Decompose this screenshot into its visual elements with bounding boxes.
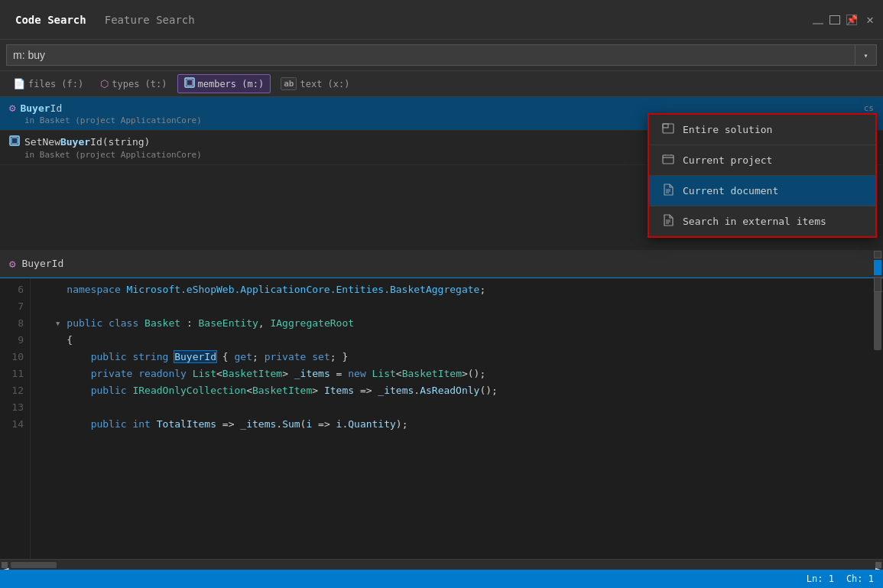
result-scope-cs: cs	[864, 103, 874, 113]
tab-feature-search[interactable]: Feature Search	[96, 11, 204, 29]
window-controls: 📌 ✕	[813, 14, 877, 26]
code-line-9: {	[43, 332, 872, 349]
tab-code-search[interactable]: Code Search	[6, 11, 96, 29]
filter-members-label: members (m:)	[198, 79, 265, 89]
filter-text-label: text (x:)	[300, 79, 349, 89]
code-line-8: ▾ public class Basket : BaseEntity, IAgg…	[43, 315, 872, 332]
restore-button[interactable]	[829, 15, 840, 24]
scrollbar-thumb[interactable]	[874, 289, 881, 350]
scope-icon-project	[661, 153, 675, 167]
status-bar: Ln: 1 Ch: 1	[0, 570, 883, 588]
scope-icon-document	[661, 184, 675, 198]
code-area: 6 7 8 9 10 11 12 13 14 namespace Microso…	[0, 278, 883, 588]
scope-document-label: Current document	[683, 185, 778, 197]
scope-dropdown: Entire solution Current project Current …	[648, 113, 877, 238]
search-scope-dropdown-button[interactable]: ▾	[855, 44, 877, 66]
line-numbers: 6 7 8 9 10 11 12 13 14	[0, 278, 31, 588]
pin-button[interactable]: 📌	[846, 15, 857, 25]
filter-tabs: 📄 files (f:) ⬡ types (t:) members (m:) a…	[0, 71, 883, 97]
minimap-btn-1[interactable]	[874, 251, 881, 258]
code-header-icon: ⚙	[9, 258, 15, 270]
scope-current-document[interactable]: Current document	[649, 176, 875, 206]
status-ln: Ln: 1	[807, 573, 834, 584]
code-line-12: public IReadOnlyCollection<BasketItem> I…	[43, 382, 872, 399]
code-line-13	[43, 399, 872, 416]
scope-external-items[interactable]: Search in external items	[649, 206, 875, 236]
scope-project-label: Current project	[683, 154, 772, 166]
scrollbar-horizontal[interactable]: ◄ ►	[0, 559, 883, 570]
result-name-text: BuyerId	[20, 102, 62, 114]
text-icon: ab	[281, 77, 297, 90]
scope-entire-solution[interactable]: Entire solution	[649, 115, 875, 145]
horizontal-thumb[interactable]	[11, 562, 57, 568]
title-bar: Code Search Feature Search 📌 ✕	[0, 0, 883, 40]
members-icon	[184, 77, 195, 90]
search-bar: ▾	[0, 40, 883, 71]
scope-icon-external	[661, 214, 675, 229]
code-line-10: public string BuyerId { get; private set…	[43, 349, 872, 365]
svg-rect-1	[187, 80, 193, 86]
svg-rect-6	[663, 155, 674, 164]
filter-files-label: files (f:)	[28, 79, 83, 89]
svg-rect-5	[663, 124, 668, 128]
code-line-6: namespace Microsoft.eShopWeb.Application…	[43, 281, 872, 298]
types-icon: ⬡	[100, 78, 109, 89]
filter-types-label: types (t:)	[112, 79, 167, 89]
minimize-button[interactable]	[813, 23, 823, 24]
status-ch: Ch: 1	[846, 573, 874, 584]
search-input[interactable]	[6, 44, 855, 66]
scope-entire-label: Entire solution	[683, 124, 772, 135]
code-content: namespace Microsoft.eShopWeb.Application…	[31, 278, 872, 588]
close-button[interactable]: ✕	[863, 14, 877, 26]
filter-files[interactable]: 📄 files (f:)	[6, 75, 90, 93]
scroll-left-arrow[interactable]: ◄	[2, 562, 8, 568]
minimap-btn-2[interactable]	[874, 260, 881, 275]
minimap-btn-3[interactable]	[874, 277, 881, 292]
result-icon-wrench: ⚙	[9, 102, 15, 114]
filter-members[interactable]: members (m:)	[177, 74, 271, 93]
scope-icon-entire	[661, 122, 675, 137]
scroll-right-arrow[interactable]: ►	[875, 562, 881, 568]
scope-external-label: Search in external items	[683, 216, 826, 227]
files-icon: 📄	[13, 78, 25, 89]
filter-types[interactable]: ⬡ types (t:)	[93, 75, 174, 93]
code-line-7	[43, 298, 872, 315]
code-header: ⚙ BuyerId	[0, 250, 883, 278]
code-line-11: private readonly List<BasketItem> _items…	[43, 365, 872, 382]
code-line-14: public int TotalItems => _items.Sum(i =>…	[43, 416, 872, 433]
result-icon-cube	[9, 135, 20, 148]
code-header-title: BuyerId	[21, 258, 63, 269]
result-setnew-text: SetNewBuyerId(string)	[24, 136, 150, 148]
scope-current-project[interactable]: Current project	[649, 145, 875, 176]
filter-text[interactable]: ab text (x:)	[274, 74, 356, 93]
dropdown-icon: ▾	[863, 51, 868, 60]
scrollbar-vertical[interactable]: ▲ ▼	[872, 278, 883, 588]
minimap-controls	[872, 249, 883, 294]
